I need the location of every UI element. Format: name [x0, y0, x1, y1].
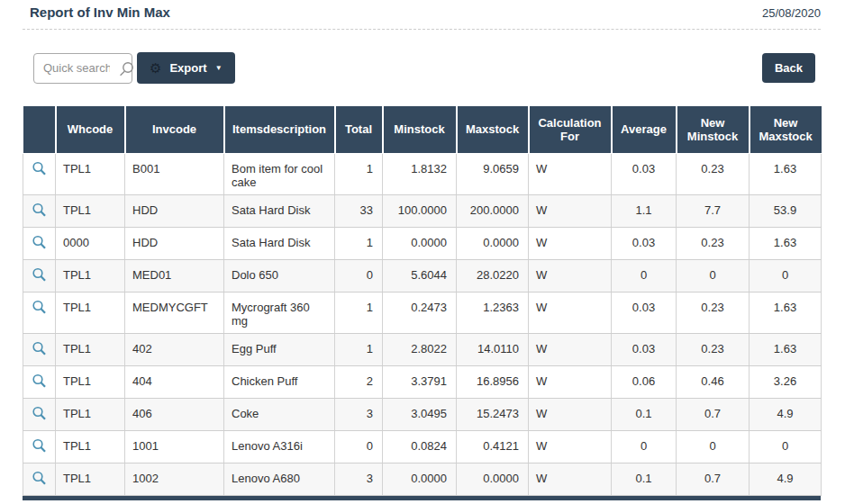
whcode-cell: TPL1 — [56, 153, 125, 194]
average-cell: 0.03 — [612, 292, 677, 333]
invcode-cell: HDD — [125, 227, 224, 259]
row-view-cell — [23, 194, 56, 227]
calculation-for-cell: W — [529, 333, 612, 365]
minstock-cell: 0.2473 — [383, 292, 457, 333]
magnifier-icon[interactable] — [32, 161, 48, 177]
magnifier-icon[interactable] — [32, 202, 48, 219]
calculation-for-cell: W — [529, 292, 612, 333]
total-cell: 0 — [335, 430, 383, 463]
itemsdescription-cell: Bom item for cool cake — [224, 153, 335, 194]
new-maxstock-cell: 53.9 — [750, 194, 822, 227]
maxstock-cell: 9.0659 — [457, 153, 529, 194]
column-header-icon — [23, 106, 56, 153]
itemsdescription-cell: Mycrograft 360 mg — [224, 292, 335, 333]
table-row: TPL1 402 Egg Puff 1 2.8022 14.0110 W 0.0… — [23, 333, 822, 365]
new-minstock-cell: 0.7 — [677, 398, 750, 430]
invcode-cell: 402 — [125, 333, 224, 365]
table-row: TPL1 406 Coke 3 3.0495 15.2473 W 0.1 0.7… — [23, 398, 822, 430]
itemsdescription-cell: Sata Hard Disk — [224, 194, 335, 227]
maxstock-cell: 14.0110 — [457, 333, 529, 365]
magnifier-icon[interactable] — [32, 341, 48, 357]
invcode-cell: 1002 — [125, 463, 224, 495]
whcode-cell: TPL1 — [56, 333, 125, 365]
column-header-total: Total — [335, 106, 383, 153]
table-row: TPL1 HDD Sata Hard Disk 33 100.0000 200.… — [23, 194, 822, 227]
invcode-cell: HDD — [125, 194, 224, 227]
whcode-cell: TPL1 — [56, 430, 125, 463]
export-label: Export — [169, 61, 206, 75]
new-maxstock-cell: 1.63 — [750, 227, 822, 259]
row-view-cell — [23, 398, 56, 430]
total-cell: 1 — [335, 153, 383, 194]
itemsdescription-cell: Chicken Puff — [224, 365, 335, 398]
column-header-minstock: Minstock — [383, 106, 457, 153]
invcode-cell: 404 — [125, 365, 224, 398]
row-view-cell — [23, 292, 56, 333]
calculation-for-cell: W — [529, 398, 612, 430]
new-maxstock-cell: 1.63 — [750, 333, 822, 365]
invcode-cell: 1001 — [125, 430, 224, 463]
caret-down-icon: ▼ — [215, 65, 223, 72]
report-page: Report of Inv Min Max 25/08/2020 ⚙ Expor… — [0, 0, 845, 504]
table-row: TPL1 1001 Lenovo A316i 0 0.0824 0.4121 W… — [23, 430, 822, 463]
new-minstock-cell: 0 — [677, 430, 750, 463]
back-button[interactable]: Back — [762, 53, 815, 83]
table-row: TPL1 1002 Lenovo A680 3 0.0000 0.0000 W … — [23, 463, 822, 495]
toolbar: ⚙ Export ▼ Back — [23, 52, 821, 84]
row-view-cell — [23, 227, 56, 259]
average-cell: 0.03 — [612, 333, 677, 365]
table-row: TPL1 B001 Bom item for cool cake 1 1.813… — [23, 153, 822, 194]
minstock-cell: 5.6044 — [383, 259, 457, 292]
column-header-new-minstock: New Minstock — [677, 106, 750, 153]
maxstock-cell: 0.0000 — [457, 227, 529, 259]
average-cell: 1.1 — [612, 194, 677, 227]
calculation-for-cell: W — [529, 227, 612, 259]
minstock-cell: 2.8022 — [383, 333, 457, 365]
minstock-cell: 3.3791 — [383, 365, 457, 398]
column-header-maxstock: Maxstock — [457, 106, 529, 153]
table-footer-bar — [23, 496, 821, 500]
table-row: TPL1 MED01 Dolo 650 0 5.6044 28.0220 W 0… — [23, 259, 822, 292]
whcode-cell: TPL1 — [56, 463, 125, 495]
itemsdescription-cell: Lenovo A316i — [224, 430, 335, 463]
magnifier-icon[interactable] — [32, 438, 48, 454]
magnifier-icon[interactable] — [32, 300, 48, 316]
magnifier-icon[interactable] — [32, 406, 48, 422]
row-view-cell — [23, 259, 56, 292]
magnifier-icon[interactable] — [32, 267, 48, 284]
total-cell: 3 — [335, 398, 383, 430]
new-maxstock-cell: 1.63 — [750, 292, 822, 333]
new-maxstock-cell: 4.9 — [750, 398, 822, 430]
itemsdescription-cell: Egg Puff — [224, 333, 335, 365]
whcode-cell: TPL1 — [56, 259, 125, 292]
minstock-cell: 1.8132 — [383, 153, 457, 194]
new-minstock-cell: 0.23 — [677, 227, 750, 259]
title-bar: Report of Inv Min Max 25/08/2020 — [23, 3, 821, 20]
total-cell: 1 — [335, 333, 383, 365]
table-row: TPL1 MEDMYCGFT Mycrograft 360 mg 1 0.247… — [23, 292, 822, 333]
calculation-for-cell: W — [529, 365, 612, 398]
itemsdescription-cell: Sata Hard Disk — [224, 227, 335, 259]
whcode-cell: TPL1 — [56, 398, 125, 430]
maxstock-cell: 0.4121 — [457, 430, 529, 463]
average-cell: 0.1 — [612, 463, 677, 495]
calculation-for-cell: W — [529, 259, 612, 292]
magnifier-icon[interactable] — [32, 374, 48, 390]
new-minstock-cell: 7.7 — [677, 194, 750, 227]
total-cell: 33 — [335, 194, 383, 227]
calculation-for-cell: W — [529, 463, 612, 495]
maxstock-cell: 200.0000 — [457, 194, 529, 227]
table-body: TPL1 B001 Bom item for cool cake 1 1.813… — [23, 153, 822, 495]
export-button[interactable]: ⚙ Export ▼ — [137, 52, 235, 84]
new-maxstock-cell: 4.9 — [750, 463, 822, 495]
new-maxstock-cell: 0 — [750, 430, 822, 463]
total-cell: 0 — [335, 259, 383, 292]
maxstock-cell: 0.0000 — [457, 463, 529, 495]
magnifier-icon[interactable] — [32, 471, 48, 487]
magnifier-icon[interactable] — [32, 235, 48, 251]
search-icon[interactable] — [117, 60, 135, 78]
average-cell: 0 — [612, 430, 677, 463]
itemsdescription-cell: Lenovo A680 — [224, 463, 335, 495]
average-cell: 0.1 — [612, 398, 677, 430]
column-header-invcode: Invcode — [125, 106, 224, 153]
